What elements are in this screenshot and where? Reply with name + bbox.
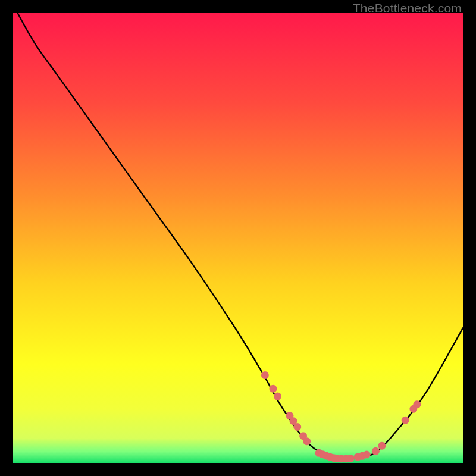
data-marker — [402, 416, 409, 424]
data-marker — [303, 437, 311, 445]
data-marker — [347, 455, 355, 462]
data-marker — [378, 442, 386, 450]
data-marker — [261, 371, 269, 379]
data-marker — [413, 400, 421, 408]
data-marker — [293, 423, 301, 431]
chart-svg — [13, 13, 463, 463]
chart-frame — [13, 13, 463, 463]
chart-background — [13, 13, 463, 463]
data-marker — [274, 393, 281, 400]
data-marker — [269, 385, 277, 393]
data-marker — [363, 451, 371, 459]
data-marker — [372, 447, 380, 455]
